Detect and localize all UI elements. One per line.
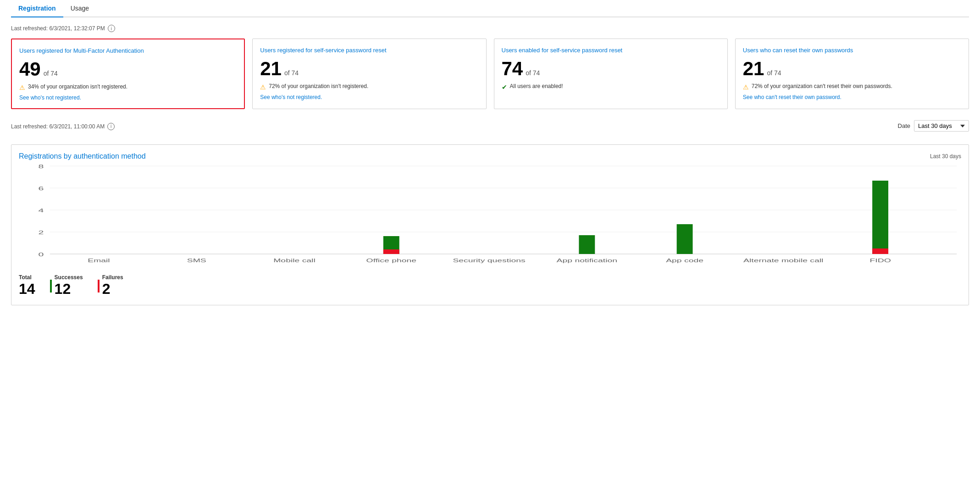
- card-sspr-enabled-title[interactable]: Users enabled for self-service password …: [502, 46, 720, 55]
- date-filter-select[interactable]: Last 30 days Last 7 days Last 90 days: [914, 120, 969, 132]
- card-sspr-enabled-num: 74: [502, 59, 523, 78]
- card-mfa-warning: ⚠ 34% of your organization isn't registe…: [19, 83, 237, 91]
- chart-section: Registrations by authentication method L…: [11, 144, 969, 305]
- card-can-reset: Users who can reset their own passwords …: [735, 39, 969, 109]
- svg-text:6: 6: [38, 186, 44, 191]
- info-icon-chart[interactable]: i: [107, 123, 115, 130]
- card-can-reset-warning: ⚠ 72% of your organization can't reset t…: [743, 83, 961, 91]
- svg-text:8: 8: [38, 164, 44, 169]
- svg-text:Email: Email: [88, 258, 110, 263]
- bar-app-notification-success: [579, 235, 595, 254]
- info-icon-top[interactable]: i: [108, 25, 115, 32]
- svg-text:Mobile call: Mobile call: [273, 258, 315, 263]
- card-sspr-registered-of: of 74: [284, 69, 299, 77]
- svg-text:Office phone: Office phone: [366, 258, 416, 263]
- card-can-reset-num: 21: [743, 59, 764, 78]
- svg-text:App code: App code: [666, 258, 703, 263]
- chart-header: Registrations by authentication method L…: [19, 152, 961, 160]
- date-filter-row: Date Last 30 days Last 7 days Last 90 da…: [898, 120, 969, 132]
- card-sspr-registered-link[interactable]: See who's not registered.: [260, 94, 322, 100]
- footer-total-num: 14: [19, 281, 35, 298]
- svg-text:SMS: SMS: [187, 258, 206, 263]
- card-mfa-of: of 74: [44, 70, 58, 77]
- warning-icon-2: ⚠: [260, 83, 266, 91]
- cards-row: Users registered for Multi-Factor Authen…: [11, 39, 969, 109]
- svg-text:FIDO: FIDO: [869, 258, 891, 263]
- svg-text:Security questions: Security questions: [453, 258, 526, 263]
- card-sspr-enabled-warning: ✔ All users are enabled!: [502, 83, 720, 91]
- card-mfa-num: 49: [19, 60, 41, 79]
- card-can-reset-link[interactable]: See who can't reset their own password.: [743, 94, 842, 100]
- bar-app-code-success: [677, 224, 693, 254]
- legend-failures: Failures 2: [98, 274, 123, 298]
- bar-fido-failure: [872, 248, 888, 254]
- card-sspr-enabled: Users enabled for self-service password …: [494, 39, 728, 109]
- card-sspr-registered-num: 21: [260, 59, 282, 78]
- card-sspr-registered-warning: ⚠ 72% of your organization isn't registe…: [260, 83, 478, 91]
- card-mfa: Users registered for Multi-Factor Authen…: [11, 39, 245, 109]
- chart-footer: Total 14 Successes 12 Failures 2: [19, 270, 961, 298]
- warning-icon: ⚠: [19, 84, 25, 91]
- chart-title: Registrations by authentication method: [19, 152, 146, 160]
- warning-icon-3: ⚠: [743, 83, 749, 91]
- svg-text:0: 0: [38, 252, 44, 257]
- tab-usage[interactable]: Usage: [63, 0, 96, 17]
- card-mfa-title[interactable]: Users registered for Multi-Factor Authen…: [19, 47, 237, 55]
- card-sspr-registered-title[interactable]: Users registered for self-service passwo…: [260, 46, 478, 55]
- svg-text:4: 4: [38, 208, 44, 213]
- bar-office-phone-failure: [383, 249, 399, 254]
- chart-area: 0 2 4 6 8: [19, 162, 961, 263]
- refresh-line-top: Last refreshed: 6/3/2021, 12:32:07 PM i: [11, 25, 969, 32]
- success-icon: ✔: [502, 83, 507, 91]
- footer-total: Total 14: [19, 274, 35, 298]
- chart-date-badge: Last 30 days: [930, 153, 961, 160]
- refresh-line-chart: Last refreshed: 6/3/2021, 11:00:00 AM i: [11, 123, 115, 130]
- svg-text:2: 2: [38, 230, 44, 235]
- tab-registration[interactable]: Registration: [11, 0, 63, 17]
- card-can-reset-of: of 74: [767, 69, 781, 77]
- card-mfa-link[interactable]: See who's not registered.: [19, 94, 81, 101]
- legend-successes: Successes 12: [50, 274, 83, 298]
- card-can-reset-title[interactable]: Users who can reset their own passwords: [743, 46, 961, 55]
- svg-text:App notification: App notification: [557, 258, 617, 263]
- svg-text:Alternate mobile call: Alternate mobile call: [743, 258, 823, 263]
- bar-fido-success: [872, 181, 888, 254]
- tabs-row: Registration Usage: [11, 0, 969, 17]
- chart-svg: 0 2 4 6 8: [19, 162, 961, 263]
- date-filter-label: Date: [898, 122, 910, 129]
- footer-total-label: Total: [19, 274, 35, 281]
- legend-failure-swatch: [98, 280, 100, 292]
- card-sspr-enabled-of: of 74: [526, 69, 540, 77]
- legend-success-swatch: [50, 280, 52, 292]
- card-sspr-registered: Users registered for self-service passwo…: [252, 39, 486, 109]
